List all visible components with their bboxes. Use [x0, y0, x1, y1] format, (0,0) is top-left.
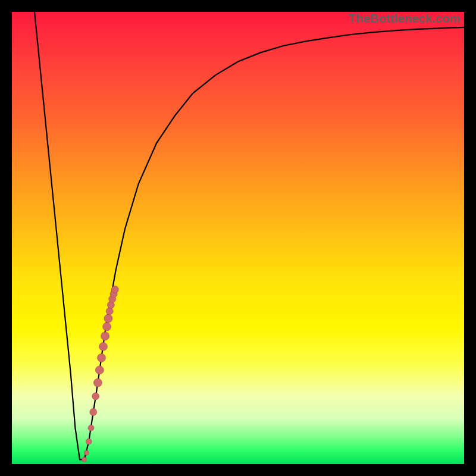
watermark-text: TheBottleneck.com [349, 12, 461, 26]
chart-frame: TheBottleneck.com [12, 12, 464, 464]
highlight-dot [92, 393, 99, 400]
highlight-dot [95, 366, 104, 374]
highlight-dot [101, 332, 109, 340]
highlight-dot [103, 322, 111, 331]
highlight-dot [106, 308, 113, 315]
highlight-dots [82, 286, 119, 462]
highlight-dot [98, 353, 106, 362]
highlight-dot [99, 342, 108, 350]
highlight-dot [104, 314, 112, 322]
highlight-dot [88, 425, 94, 431]
highlight-dot [84, 450, 89, 455]
highlight-dot [90, 409, 97, 416]
bottleneck-curve [35, 12, 464, 459]
highlight-dot [93, 378, 102, 387]
plot-area [12, 12, 464, 464]
highlight-dot [86, 439, 92, 444]
highlight-dot [111, 286, 118, 293]
highlight-dot [82, 457, 87, 462]
chart-svg [12, 12, 464, 464]
